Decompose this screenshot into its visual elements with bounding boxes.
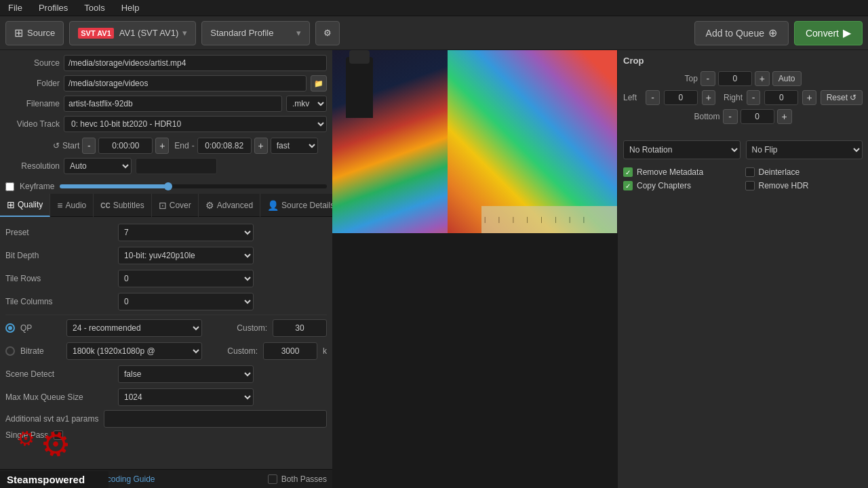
deinterlace-checkbox[interactable] — [745, 167, 755, 177]
tab-cover[interactable]: ⊡ Cover — [152, 194, 199, 217]
single-pass-row: Single Pass — [5, 430, 327, 440]
settings-icon: ⚙ — [323, 28, 332, 38]
preset-select[interactable]: 7 1 2 3 4 5 6 8 — [118, 224, 254, 241]
encoding-guide-link[interactable]: SVT-AV1 Encoding Guide — [62, 474, 155, 484]
crop-top-plus-button[interactable]: + — [755, 71, 770, 86]
crop-right-plus-button[interactable]: + — [802, 90, 816, 105]
qp-radio[interactable] — [5, 323, 15, 333]
remove-metadata-checkbox[interactable]: ✓ — [623, 167, 633, 177]
remove-metadata-label: Remove Metadata — [637, 167, 703, 177]
menu-file[interactable]: File — [5, 1, 25, 14]
custom-button[interactable]: Custom — [5, 471, 51, 487]
tab-source-details[interactable]: 👤 Source Details — [260, 194, 342, 217]
folder-row: Folder 📁 — [5, 75, 327, 92]
crop-top-minus-button[interactable]: - — [701, 71, 715, 86]
bitrate-unit: k — [323, 346, 327, 356]
keyframe-checkbox[interactable] — [5, 182, 14, 191]
qp-custom-label: Custom: — [237, 323, 267, 333]
end-plus-button[interactable]: + — [254, 138, 268, 154]
progress-bar-track[interactable] — [60, 184, 327, 188]
scene-detect-row: Scene Detect false true — [5, 364, 327, 384]
crop-right-minus-button[interactable]: - — [747, 90, 760, 105]
remove-hdr-checkbox[interactable] — [745, 181, 755, 190]
video-track-row: Video Track 0: hevc 10-bit bt2020 - HDR1… — [5, 115, 327, 133]
convert-button[interactable]: Convert ▶ — [794, 21, 863, 45]
crop-left-input[interactable] — [664, 90, 698, 105]
crop-right-input[interactable] — [764, 90, 798, 105]
tab-subtitles[interactable]: CC Subtitles — [94, 194, 151, 217]
extension-select[interactable]: .mkv .mp4 — [286, 96, 327, 112]
add-to-queue-button[interactable]: Add to Queue ⊕ — [694, 21, 789, 45]
rotation-select[interactable]: No Rotation 90° 180° 270° — [623, 140, 741, 159]
bitrate-radio[interactable] — [5, 346, 15, 356]
crop-bottom-minus-button[interactable]: - — [723, 109, 738, 124]
video-track-label: Video Track — [5, 119, 60, 129]
crop-top-input[interactable] — [718, 71, 752, 86]
crop-title: Crop — [623, 56, 644, 66]
subtitles-tab-label: Subtitles — [113, 201, 144, 210]
tab-quality[interactable]: ⊞ Quality — [0, 194, 50, 217]
max-mux-row: Max Mux Queue Size 1024 512 2048 — [5, 387, 327, 407]
bitrate-select[interactable]: 1800k (1920x1080p @ 2500k 5000k — [66, 342, 202, 360]
add-to-queue-label: Add to Queue — [706, 28, 764, 39]
crop-bottom-plus-button[interactable]: + — [777, 109, 792, 124]
both-passes-label: Both Passes — [281, 474, 327, 484]
progress-handle[interactable] — [164, 182, 172, 190]
source-button[interactable]: ⊞ Source — [5, 21, 64, 45]
speed-select[interactable]: fast slow accurate — [271, 138, 318, 154]
start-label: Start — [62, 141, 79, 150]
flip-select[interactable]: No Flip Horizontal Vertical — [746, 140, 863, 159]
crop-reset-button[interactable]: Reset ↺ — [821, 90, 863, 105]
menu-bar: File Profiles Tools Help — [0, 0, 868, 16]
bitrate-custom-input[interactable] — [263, 342, 317, 360]
source-input[interactable] — [64, 55, 327, 71]
qp-custom-input[interactable] — [273, 319, 327, 337]
encoder-button[interactable]: SVT AV1 AV1 (SVT AV1) ▾ — [69, 21, 196, 45]
left-panel: Source Folder 📁 Filename .mkv .mp4 — [0, 50, 332, 488]
start-minus-button[interactable]: - — [82, 138, 96, 154]
single-pass-checkbox[interactable] — [54, 430, 63, 440]
filename-input[interactable] — [64, 96, 282, 112]
video-preview: | | | | | | | | — [332, 50, 617, 233]
tile-rows-select[interactable]: 0 1 2 — [118, 270, 254, 287]
content-area: Source Folder 📁 Filename .mkv .mp4 — [0, 50, 868, 488]
tile-columns-select[interactable]: 0 1 2 — [118, 293, 254, 310]
convert-icon: ▶ — [843, 26, 851, 39]
bit-depth-select[interactable]: 10-bit: yuv420p10le 8-bit: yuv420p — [118, 247, 254, 264]
crop-left-plus-button[interactable]: + — [702, 90, 715, 105]
right-panel: Crop Top - + Auto Left - + Right - + — [617, 50, 868, 488]
video-track-select[interactable]: 0: hevc 10-bit bt2020 - HDR10 — [64, 116, 327, 132]
crop-left-minus-button[interactable]: - — [646, 90, 659, 105]
menu-help[interactable]: Help — [119, 1, 142, 14]
subtitles-tab-icon: CC — [100, 202, 110, 209]
start-time-input[interactable] — [98, 138, 153, 154]
scene-detect-select[interactable]: false true — [118, 365, 254, 383]
copy-chapters-checkbox[interactable]: ✓ — [623, 181, 633, 190]
settings-icon-button[interactable]: ⚙ — [315, 21, 340, 45]
crop-bottom-input[interactable] — [741, 109, 774, 124]
tab-audio[interactable]: ≡ Audio — [50, 194, 94, 217]
additional-params-input[interactable] — [104, 410, 327, 428]
folder-input[interactable] — [64, 75, 307, 92]
additional-params-label: Additional svt av1 params — [5, 414, 98, 424]
both-passes-checkbox[interactable] — [268, 474, 277, 484]
menu-tools[interactable]: Tools — [81, 1, 107, 14]
menu-profiles[interactable]: Profiles — [36, 1, 71, 14]
single-pass-label: Single Pass — [5, 430, 48, 440]
end-time-input[interactable] — [197, 138, 252, 154]
profile-button[interactable]: Standard Profile ▾ — [201, 21, 310, 45]
end-label: End — [174, 141, 189, 150]
max-mux-select[interactable]: 1024 512 2048 — [118, 388, 254, 406]
tab-advanced[interactable]: ⚙ Advanced — [199, 194, 260, 217]
qp-select[interactable]: 24 - recommended 18 20 28 — [66, 319, 202, 337]
folder-browse-button[interactable]: 📁 — [311, 75, 327, 92]
resolution-select[interactable]: Auto 1920x1080 868x488 — [64, 158, 132, 174]
advanced-tab-label: Advanced — [217, 201, 253, 210]
source-details-tab-label: Source Details — [281, 201, 334, 210]
encoder-label: AV1 (SVT AV1) — [119, 28, 178, 38]
source-row: Source — [5, 54, 327, 72]
audio-tab-label: Audio — [66, 201, 87, 210]
crop-auto-button[interactable]: Auto — [772, 71, 802, 86]
start-plus-button[interactable]: + — [155, 138, 169, 154]
source-fields: Source Folder 📁 Filename .mkv .mp4 — [0, 50, 332, 137]
